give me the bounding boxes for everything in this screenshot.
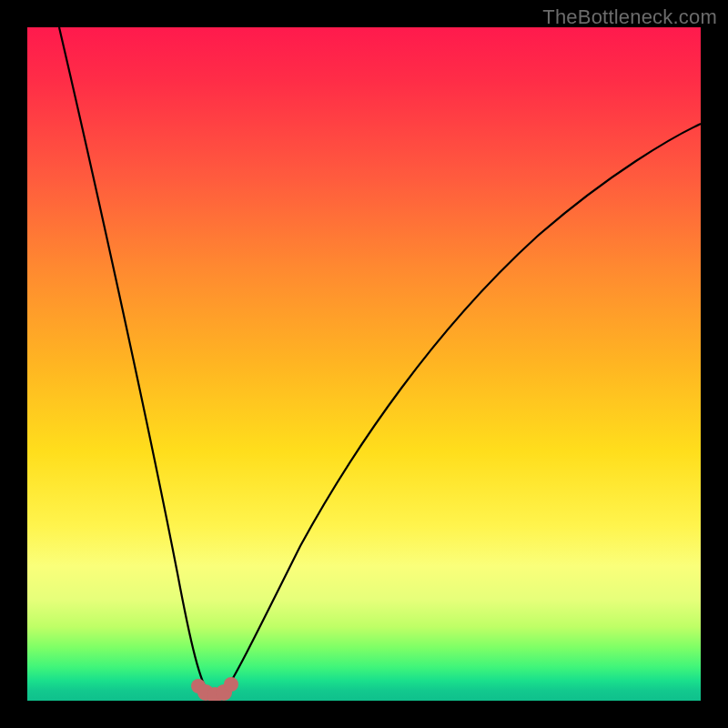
curve-right-branch xyxy=(223,124,701,694)
valley-dot xyxy=(224,677,238,692)
chart-frame xyxy=(27,27,701,701)
curve-left-branch xyxy=(59,27,209,694)
valley-dot-cluster xyxy=(191,677,238,701)
watermark-text: TheBottleneck.com xyxy=(542,5,717,29)
bottleneck-curve-plot xyxy=(27,27,701,701)
